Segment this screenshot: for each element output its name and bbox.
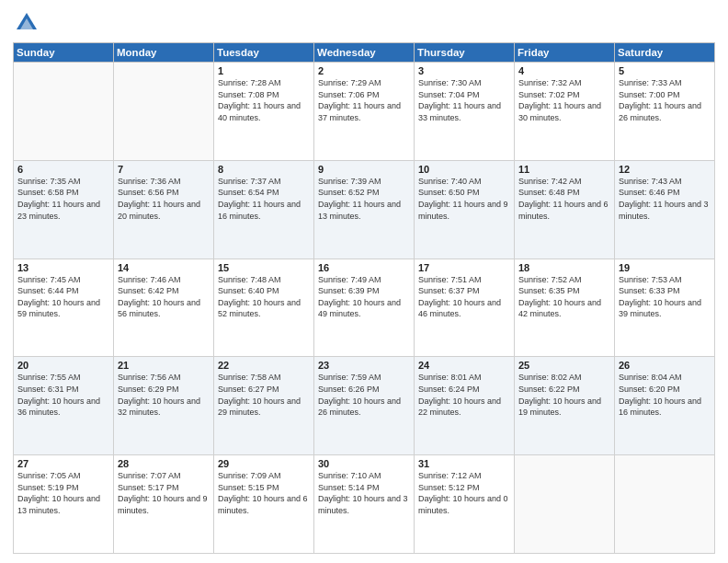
day-info: Sunrise: 7:42 AM Sunset: 6:48 PM Dayligh…	[518, 176, 610, 222]
day-cell: 4Sunrise: 7:32 AM Sunset: 7:02 PM Daylig…	[515, 63, 615, 161]
column-header-monday: Monday	[114, 43, 214, 63]
day-info: Sunrise: 7:48 AM Sunset: 6:40 PM Dayligh…	[218, 274, 310, 320]
day-cell: 28Sunrise: 7:07 AM Sunset: 5:17 PM Dayli…	[114, 455, 214, 554]
day-number: 22	[218, 360, 310, 371]
day-number: 11	[518, 164, 610, 175]
day-info: Sunrise: 7:32 AM Sunset: 7:02 PM Dayligh…	[518, 77, 610, 123]
calendar: SundayMondayTuesdayWednesdayThursdayFrid…	[13, 42, 715, 554]
day-number: 2	[318, 65, 410, 76]
day-cell: 11Sunrise: 7:42 AM Sunset: 6:48 PM Dayli…	[515, 160, 615, 259]
day-info: Sunrise: 7:40 AM Sunset: 6:50 PM Dayligh…	[418, 176, 510, 222]
day-number: 25	[518, 360, 610, 371]
day-cell	[515, 455, 615, 554]
day-cell: 29Sunrise: 7:09 AM Sunset: 5:15 PM Dayli…	[214, 455, 314, 554]
day-info: Sunrise: 7:56 AM Sunset: 6:29 PM Dayligh…	[118, 372, 210, 418]
day-info: Sunrise: 8:02 AM Sunset: 6:22 PM Dayligh…	[518, 372, 610, 418]
day-number: 30	[318, 458, 410, 469]
day-info: Sunrise: 7:59 AM Sunset: 6:26 PM Dayligh…	[318, 372, 410, 418]
day-cell: 23Sunrise: 7:59 AM Sunset: 6:26 PM Dayli…	[314, 357, 415, 455]
day-cell: 9Sunrise: 7:39 AM Sunset: 6:52 PM Daylig…	[314, 160, 415, 259]
day-number: 12	[619, 164, 711, 175]
day-cell	[114, 63, 214, 161]
day-number: 20	[17, 360, 109, 371]
calendar-header-row: SundayMondayTuesdayWednesdayThursdayFrid…	[14, 43, 715, 63]
header	[13, 9, 715, 37]
day-number: 13	[17, 262, 109, 273]
day-number: 16	[318, 262, 410, 273]
day-number: 18	[518, 262, 610, 273]
day-info: Sunrise: 7:05 AM Sunset: 5:19 PM Dayligh…	[17, 470, 109, 516]
logo-icon	[13, 9, 40, 37]
day-cell: 20Sunrise: 7:55 AM Sunset: 6:31 PM Dayli…	[14, 357, 114, 455]
day-info: Sunrise: 7:33 AM Sunset: 7:00 PM Dayligh…	[619, 77, 711, 123]
day-cell: 2Sunrise: 7:29 AM Sunset: 7:06 PM Daylig…	[314, 63, 415, 161]
week-row-1: 6Sunrise: 7:35 AM Sunset: 6:58 PM Daylig…	[14, 160, 715, 259]
day-cell: 10Sunrise: 7:40 AM Sunset: 6:50 PM Dayli…	[415, 160, 515, 259]
week-row-3: 20Sunrise: 7:55 AM Sunset: 6:31 PM Dayli…	[14, 357, 715, 455]
day-number: 28	[118, 458, 210, 469]
day-cell: 19Sunrise: 7:53 AM Sunset: 6:33 PM Dayli…	[615, 259, 715, 357]
day-info: Sunrise: 7:43 AM Sunset: 6:46 PM Dayligh…	[619, 176, 711, 222]
day-cell: 5Sunrise: 7:33 AM Sunset: 7:00 PM Daylig…	[615, 63, 715, 161]
day-number: 15	[218, 262, 310, 273]
column-header-sunday: Sunday	[14, 43, 114, 63]
logo	[13, 9, 44, 37]
day-cell: 3Sunrise: 7:30 AM Sunset: 7:04 PM Daylig…	[415, 63, 515, 161]
day-cell: 6Sunrise: 7:35 AM Sunset: 6:58 PM Daylig…	[14, 160, 114, 259]
day-info: Sunrise: 7:55 AM Sunset: 6:31 PM Dayligh…	[17, 372, 109, 418]
day-info: Sunrise: 7:12 AM Sunset: 5:12 PM Dayligh…	[418, 470, 510, 516]
day-number: 9	[318, 164, 410, 175]
day-cell: 15Sunrise: 7:48 AM Sunset: 6:40 PM Dayli…	[214, 259, 314, 357]
day-cell: 27Sunrise: 7:05 AM Sunset: 5:19 PM Dayli…	[14, 455, 114, 554]
day-info: Sunrise: 7:28 AM Sunset: 7:08 PM Dayligh…	[218, 77, 310, 123]
day-cell: 25Sunrise: 8:02 AM Sunset: 6:22 PM Dayli…	[515, 357, 615, 455]
day-cell: 7Sunrise: 7:36 AM Sunset: 6:56 PM Daylig…	[114, 160, 214, 259]
day-info: Sunrise: 7:37 AM Sunset: 6:54 PM Dayligh…	[218, 176, 310, 222]
day-number: 31	[418, 458, 510, 469]
day-info: Sunrise: 7:30 AM Sunset: 7:04 PM Dayligh…	[418, 77, 510, 123]
day-number: 27	[17, 458, 109, 469]
page: SundayMondayTuesdayWednesdayThursdayFrid…	[0, 0, 728, 563]
day-number: 6	[17, 164, 109, 175]
day-number: 19	[619, 262, 711, 273]
day-info: Sunrise: 7:09 AM Sunset: 5:15 PM Dayligh…	[218, 470, 310, 516]
column-header-tuesday: Tuesday	[214, 43, 314, 63]
day-cell: 1Sunrise: 7:28 AM Sunset: 7:08 PM Daylig…	[214, 63, 314, 161]
day-cell: 31Sunrise: 7:12 AM Sunset: 5:12 PM Dayli…	[415, 455, 515, 554]
day-cell: 21Sunrise: 7:56 AM Sunset: 6:29 PM Dayli…	[114, 357, 214, 455]
column-header-wednesday: Wednesday	[314, 43, 415, 63]
day-info: Sunrise: 7:35 AM Sunset: 6:58 PM Dayligh…	[17, 176, 109, 222]
day-info: Sunrise: 7:46 AM Sunset: 6:42 PM Dayligh…	[118, 274, 210, 320]
day-number: 17	[418, 262, 510, 273]
day-cell: 17Sunrise: 7:51 AM Sunset: 6:37 PM Dayli…	[415, 259, 515, 357]
week-row-2: 13Sunrise: 7:45 AM Sunset: 6:44 PM Dayli…	[14, 259, 715, 357]
day-cell: 18Sunrise: 7:52 AM Sunset: 6:35 PM Dayli…	[515, 259, 615, 357]
day-cell: 22Sunrise: 7:58 AM Sunset: 6:27 PM Dayli…	[214, 357, 314, 455]
column-header-friday: Friday	[515, 43, 615, 63]
day-info: Sunrise: 7:51 AM Sunset: 6:37 PM Dayligh…	[418, 274, 510, 320]
day-info: Sunrise: 8:01 AM Sunset: 6:24 PM Dayligh…	[418, 372, 510, 418]
day-info: Sunrise: 7:10 AM Sunset: 5:14 PM Dayligh…	[318, 470, 410, 516]
day-info: Sunrise: 7:52 AM Sunset: 6:35 PM Dayligh…	[518, 274, 610, 320]
day-cell: 12Sunrise: 7:43 AM Sunset: 6:46 PM Dayli…	[615, 160, 715, 259]
column-header-thursday: Thursday	[415, 43, 515, 63]
day-cell: 14Sunrise: 7:46 AM Sunset: 6:42 PM Dayli…	[114, 259, 214, 357]
day-cell: 8Sunrise: 7:37 AM Sunset: 6:54 PM Daylig…	[214, 160, 314, 259]
day-number: 21	[118, 360, 210, 371]
week-row-4: 27Sunrise: 7:05 AM Sunset: 5:19 PM Dayli…	[14, 455, 715, 554]
day-number: 4	[518, 65, 610, 76]
day-info: Sunrise: 8:04 AM Sunset: 6:20 PM Dayligh…	[619, 372, 711, 418]
day-cell: 26Sunrise: 8:04 AM Sunset: 6:20 PM Dayli…	[615, 357, 715, 455]
day-cell	[615, 455, 715, 554]
day-number: 7	[118, 164, 210, 175]
day-info: Sunrise: 7:29 AM Sunset: 7:06 PM Dayligh…	[318, 77, 410, 123]
day-number: 23	[318, 360, 410, 371]
day-info: Sunrise: 7:36 AM Sunset: 6:56 PM Dayligh…	[118, 176, 210, 222]
day-info: Sunrise: 7:49 AM Sunset: 6:39 PM Dayligh…	[318, 274, 410, 320]
day-number: 26	[619, 360, 711, 371]
day-number: 14	[118, 262, 210, 273]
day-number: 10	[418, 164, 510, 175]
day-cell	[14, 63, 114, 161]
day-info: Sunrise: 7:07 AM Sunset: 5:17 PM Dayligh…	[118, 470, 210, 516]
column-header-saturday: Saturday	[615, 43, 715, 63]
